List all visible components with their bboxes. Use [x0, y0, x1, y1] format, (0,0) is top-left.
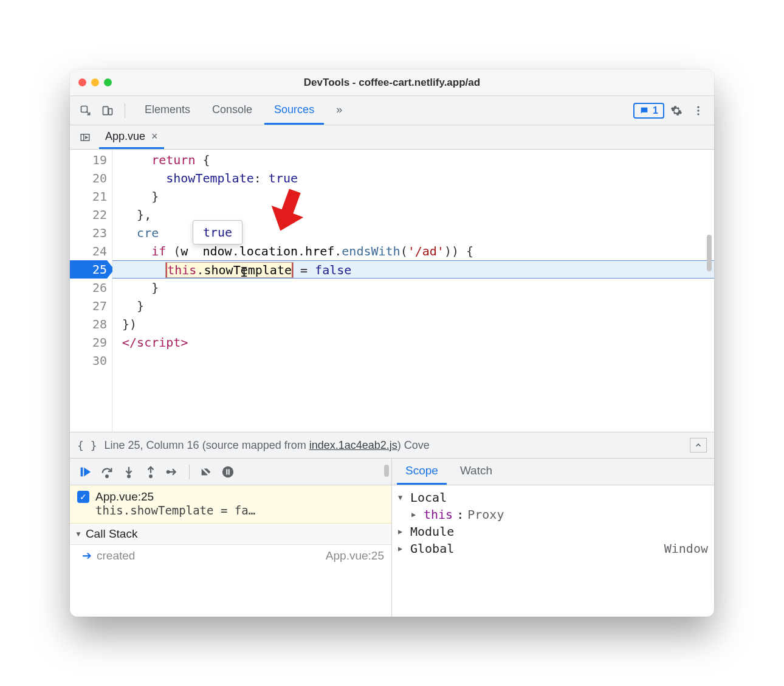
breakpoint-location: App.vue:25: [95, 490, 154, 504]
svg-point-11: [167, 471, 170, 473]
tab-sources[interactable]: Sources: [264, 96, 324, 125]
breakpoint-code: this.showTemplate = fa…: [95, 504, 384, 517]
disclosure-triangle-icon: ▼: [75, 530, 82, 538]
zoom-window-icon[interactable]: [104, 78, 112, 86]
more-menu-icon[interactable]: [689, 101, 708, 120]
disclosure-triangle-icon: ▶: [398, 544, 407, 553]
debugger-panel: ✓ App.vue:25 this.showTemplate = fa… ▼ C…: [70, 459, 714, 617]
breakpoint-entry[interactable]: ✓ App.vue:25 this.showTemplate = fa…: [70, 485, 391, 524]
cursor-position: Line 25, Column 16: [105, 439, 199, 451]
scope-tabs: Scope Watch: [392, 459, 714, 485]
tab-elements[interactable]: Elements: [135, 96, 200, 125]
resume-icon[interactable]: [75, 462, 95, 482]
tab-console[interactable]: Console: [202, 96, 262, 125]
svg-point-10: [150, 475, 152, 477]
line-number[interactable]: 22: [70, 206, 107, 224]
svg-point-12: [222, 466, 233, 477]
breakpoint-checkbox[interactable]: ✓: [77, 491, 89, 503]
scope-section-local[interactable]: ▼ Local: [398, 489, 708, 506]
svg-rect-1: [103, 106, 108, 114]
scope-body: ▼ Local ▶ this: Proxy ▶ Module ▶ Globa: [392, 485, 714, 617]
file-tab-name: App.vue: [105, 130, 145, 143]
code-line[interactable]: [112, 352, 714, 370]
line-number-breakpoint[interactable]: 25: [70, 260, 107, 279]
svg-rect-2: [109, 108, 112, 114]
toolbar-separator: [189, 465, 190, 479]
tab-scope[interactable]: Scope: [397, 459, 447, 485]
svg-point-3: [697, 106, 699, 108]
step-out-icon[interactable]: [140, 462, 161, 482]
line-number[interactable]: 29: [70, 333, 107, 352]
scope-section-module[interactable]: ▶ Module: [398, 523, 708, 540]
svg-point-8: [106, 475, 108, 477]
line-number[interactable]: 28: [70, 315, 107, 333]
tab-overflow[interactable]: »: [326, 96, 352, 125]
tab-watch[interactable]: Watch: [452, 459, 501, 485]
scope-section-global[interactable]: ▶ Global Window: [398, 540, 708, 557]
line-number[interactable]: 26: [70, 279, 107, 297]
code-line[interactable]: if (w ndow.location.href.endsWith('/ad')…: [112, 242, 714, 260]
scrollbar-thumb[interactable]: [384, 465, 389, 477]
inspect-element-icon[interactable]: [76, 101, 95, 120]
svg-rect-13: [226, 469, 227, 474]
code-line[interactable]: showTemplate: true: [112, 169, 714, 187]
current-frame-icon: ➔: [82, 549, 92, 562]
line-number[interactable]: 30: [70, 352, 107, 370]
debugger-right-pane: Scope Watch ▼ Local ▶ this: Proxy ▶: [392, 459, 714, 617]
annotation-arrow-icon: [258, 178, 319, 238]
code-line[interactable]: </script>: [112, 333, 714, 352]
line-number[interactable]: 21: [70, 187, 107, 206]
code-editor[interactable]: 19 20 21 22 23 24 25 26 27 28 29 30 retu…: [70, 150, 714, 432]
disclosure-triangle-icon: ▶: [398, 527, 407, 536]
source-map-label: (source mapped from: [202, 439, 309, 451]
line-number[interactable]: 23: [70, 224, 107, 242]
close-tab-icon[interactable]: ×: [151, 130, 158, 143]
line-number[interactable]: 20: [70, 169, 107, 187]
code-line[interactable]: return {: [112, 151, 714, 169]
code-line[interactable]: }): [112, 315, 714, 333]
minimize-window-icon[interactable]: [91, 78, 99, 86]
code-line-breakpoint[interactable]: this.showTemplate = false 𝙸: [112, 260, 714, 279]
toolbar-separator: [125, 103, 125, 118]
show-drawer-icon[interactable]: [690, 438, 707, 452]
titlebar: DevTools - coffee-cart.netlify.app/ad: [70, 69, 714, 96]
code-line[interactable]: }: [112, 279, 714, 297]
line-number[interactable]: 27: [70, 297, 107, 315]
window-controls: [78, 78, 112, 86]
step-over-icon[interactable]: [97, 462, 117, 482]
navigator-toggle-icon[interactable]: [76, 128, 94, 147]
callstack-header[interactable]: ▼ Call Stack: [70, 524, 391, 545]
svg-rect-7: [81, 467, 83, 476]
close-window-icon[interactable]: [78, 78, 86, 86]
issues-badge[interactable]: 1: [633, 103, 664, 119]
scope-var-this[interactable]: ▶ this: Proxy: [398, 506, 708, 523]
svg-point-5: [697, 113, 699, 115]
svg-point-4: [697, 109, 699, 111]
code-area[interactable]: return { showTemplate: true } }, cre { i…: [112, 150, 714, 432]
frame-location: App.vue:25: [326, 549, 384, 563]
disclosure-triangle-icon: ▼: [398, 493, 407, 502]
source-map-link[interactable]: index.1ac4eab2.js: [309, 439, 397, 451]
scrollbar-thumb[interactable]: [707, 235, 712, 271]
status-tail: Cove: [401, 439, 430, 451]
file-tab-app-vue[interactable]: App.vue ×: [99, 125, 164, 149]
panel-tabs: Elements Console Sources »: [135, 96, 352, 125]
step-into-icon[interactable]: [119, 462, 139, 482]
issues-count: 1: [653, 105, 658, 116]
debugger-toolbar: [70, 459, 391, 485]
editor-status-bar: { } Line 25, Column 16 (source mapped fr…: [70, 432, 714, 459]
step-icon[interactable]: [162, 462, 183, 482]
callstack-frame[interactable]: ➔created App.vue:25: [70, 545, 391, 566]
settings-gear-icon[interactable]: [667, 101, 686, 120]
pause-on-exceptions-icon[interactable]: [218, 462, 238, 482]
device-toolbar-icon[interactable]: [98, 101, 117, 120]
line-number[interactable]: 24: [70, 242, 107, 260]
code-line[interactable]: }: [112, 297, 714, 315]
value-tooltip: true: [193, 220, 242, 244]
window-title: DevTools - coffee-cart.netlify.app/ad: [70, 77, 714, 89]
line-number[interactable]: 19: [70, 151, 107, 169]
line-number-gutter[interactable]: 19 20 21 22 23 24 25 26 27 28 29 30: [70, 150, 112, 432]
pretty-print-icon[interactable]: { }: [77, 439, 97, 452]
deactivate-breakpoints-icon[interactable]: [196, 462, 216, 482]
code-line[interactable]: }: [112, 187, 714, 206]
